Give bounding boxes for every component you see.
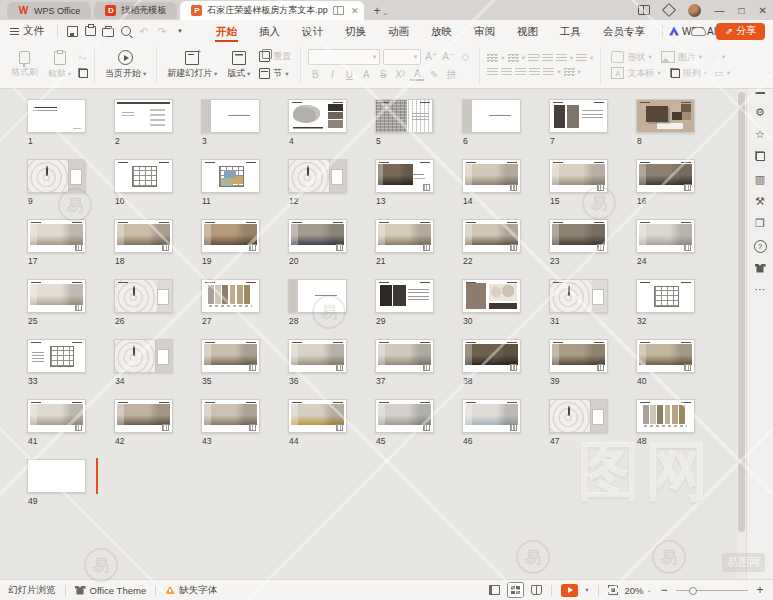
zoom-out-button[interactable]: −: [659, 583, 669, 597]
align-right-icon[interactable]: [515, 67, 526, 78]
tab-review[interactable]: 审阅: [463, 20, 506, 42]
slide-thumbnail[interactable]: [27, 459, 86, 493]
slide-thumbnail[interactable]: [114, 159, 173, 193]
copy-icon[interactable]: [77, 67, 88, 78]
file-menu-button[interactable]: 文件: [0, 24, 52, 38]
tab-wps-office[interactable]: W WPS Office: [7, 2, 91, 19]
slide-thumbnail[interactable]: [462, 219, 521, 253]
slide-thumbnail[interactable]: [288, 339, 347, 373]
slide-thumbnail[interactable]: [27, 339, 86, 373]
new-tab-button[interactable]: +: [373, 4, 380, 18]
maximize-button[interactable]: □: [739, 5, 745, 16]
cloud-sync-icon[interactable]: [691, 27, 706, 36]
tab-insert[interactable]: 插入: [248, 20, 291, 42]
vertical-scrollbar[interactable]: [737, 88, 746, 580]
slide-thumbnail[interactable]: [549, 159, 608, 193]
slide-thumbnail[interactable]: [201, 339, 260, 373]
slide-thumbnail[interactable]: [636, 99, 695, 133]
reset-slide-button[interactable]: 重置: [256, 50, 294, 63]
zoom-slider-thumb[interactable]: [689, 587, 697, 595]
slide-thumbnail[interactable]: [27, 159, 86, 193]
skin-theme-icon[interactable]: [755, 264, 766, 273]
slide-thumbnail[interactable]: [27, 99, 86, 133]
slide-sorter-view-button[interactable]: [507, 582, 524, 598]
reading-view-button[interactable]: [531, 585, 542, 595]
slide-thumbnail[interactable]: [288, 279, 347, 313]
clear-format-icon[interactable]: ◇: [458, 51, 472, 62]
slide-thumbnail[interactable]: [636, 339, 695, 373]
fit-to-window-icon[interactable]: [608, 585, 618, 595]
zoom-level[interactable]: 20% ⌄: [625, 585, 652, 596]
play-from-current-button[interactable]: 当页开始 ▾: [101, 49, 150, 81]
slide-thumbnail[interactable]: [549, 219, 608, 253]
tab-slideshow[interactable]: 放映: [420, 20, 463, 42]
slide-thumbnail[interactable]: [27, 399, 86, 433]
slide-thumbnail[interactable]: [375, 99, 434, 133]
text-direction-icon[interactable]: [556, 53, 567, 64]
user-avatar[interactable]: [688, 4, 701, 17]
slide-thumbnail[interactable]: [27, 219, 86, 253]
copy-pages-icon[interactable]: [752, 151, 768, 163]
slide-thumbnail[interactable]: [288, 159, 347, 193]
tab-presentation-document[interactable]: P 石家庄荣盛样板房方案文本.pp ✕: [180, 1, 364, 20]
tab-view[interactable]: 视图: [506, 20, 549, 42]
slide-thumbnail[interactable]: [375, 219, 434, 253]
strikethrough-button[interactable]: S: [376, 69, 390, 80]
shapes-button[interactable]: 形状▾: [608, 51, 654, 64]
slide-thumbnail[interactable]: [288, 99, 347, 133]
slide-thumbnail[interactable]: [201, 219, 260, 253]
textbox-button[interactable]: A 文本框▾: [608, 67, 663, 80]
slide-thumbnail[interactable]: [114, 339, 173, 373]
missing-fonts-warning[interactable]: 缺失字体: [165, 584, 217, 597]
font-name-select[interactable]: ▾: [308, 49, 380, 65]
repair-tools-icon[interactable]: ⚒: [752, 196, 768, 207]
slide-thumbnail[interactable]: [462, 399, 521, 433]
slide-thumbnail[interactable]: [636, 399, 695, 433]
play-options-dropdown-icon[interactable]: ▾: [585, 586, 588, 594]
section-button[interactable]: 节▾: [256, 67, 294, 80]
slide-thumbnail[interactable]: [462, 159, 521, 193]
slide-thumbnail[interactable]: [201, 99, 260, 133]
export-icon[interactable]: [82, 23, 98, 39]
scrollbar-thumb[interactable]: [738, 92, 745, 532]
slideshow-play-button[interactable]: [561, 584, 578, 597]
gem-icon[interactable]: [661, 3, 675, 17]
split-tab-icon[interactable]: [333, 6, 344, 15]
slide-thumbnail[interactable]: [549, 99, 608, 133]
font-color-button[interactable]: A: [410, 68, 424, 81]
normal-view-button[interactable]: [489, 585, 500, 595]
more-ellipsis-icon[interactable]: ⋯: [752, 284, 768, 295]
outline-color-icon[interactable]: ▭: [713, 68, 724, 79]
picture-button[interactable]: 图片▾: [658, 51, 705, 64]
slide-thumbnail[interactable]: [462, 99, 521, 133]
share-button[interactable]: ⇗ 分享: [716, 23, 765, 40]
align-left-icon[interactable]: [487, 67, 498, 78]
tab-list-dropdown-icon[interactable]: ⌄: [382, 9, 388, 17]
decrease-font-icon[interactable]: A⁻: [441, 51, 455, 62]
slide-thumbnail[interactable]: [201, 159, 260, 193]
fill-color-icon[interactable]: ◌: [708, 52, 719, 63]
align-center-icon[interactable]: [501, 67, 512, 78]
slide-thumbnail[interactable]: [375, 399, 434, 433]
read-book-icon[interactable]: ❐: [752, 218, 768, 229]
slide-thumbnail[interactable]: [549, 339, 608, 373]
slide-thumbnail[interactable]: [114, 99, 173, 133]
minimize-button[interactable]: —: [715, 5, 725, 16]
zoom-in-button[interactable]: +: [755, 583, 765, 597]
tab-design[interactable]: 设计: [291, 20, 334, 42]
slide-thumbnail[interactable]: [636, 159, 695, 193]
arrange-button[interactable]: 排列▾: [667, 67, 710, 80]
slide-thumbnail[interactable]: [114, 399, 173, 433]
slide-thumbnail[interactable]: [549, 279, 608, 313]
slide-thumbnail[interactable]: [375, 279, 434, 313]
chart-stats-icon[interactable]: ▥: [752, 174, 768, 185]
numbered-list-icon[interactable]: [508, 53, 519, 64]
slide-thumbnail[interactable]: [27, 279, 86, 313]
slide-thumbnail[interactable]: [375, 159, 434, 193]
highlight-button[interactable]: ✎: [427, 69, 441, 80]
slide-layout-button[interactable]: 版式 ▾: [223, 50, 254, 81]
slide-thumbnail[interactable]: [288, 399, 347, 433]
font-size-select[interactable]: ▾: [383, 49, 421, 65]
increase-indent-icon[interactable]: [542, 53, 553, 64]
slide-thumbnail[interactable]: [114, 219, 173, 253]
